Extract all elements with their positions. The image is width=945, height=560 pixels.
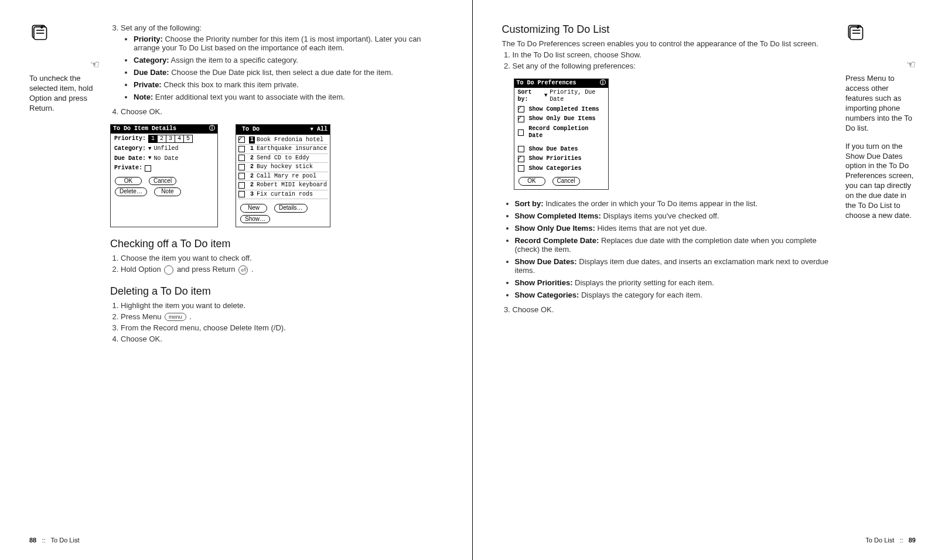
del-step-4: Choose OK. xyxy=(121,334,443,343)
footer-right: To Do List :: 89 xyxy=(865,537,916,544)
checkbox-icon xyxy=(518,156,524,162)
todo-item-text: Robert MIDI keyboard xyxy=(257,182,327,189)
todo-item-details-screen: To Do Item Details ⓘ Priority: 1 2 3 4 5 xyxy=(110,124,218,227)
check-step-2: Hold Option and press Return ⏎ . xyxy=(121,265,443,275)
option-key-icon xyxy=(164,265,173,275)
pb-onlydue: Show Only Due Items: Hides items that ar… xyxy=(515,224,835,233)
details-button: Details… xyxy=(274,204,308,213)
todo-item: 3Fix curtain rods xyxy=(238,190,327,200)
priority-label: Priority: xyxy=(114,135,146,143)
customizing-intro: The To Do Preferences screen enables you… xyxy=(502,39,835,48)
page-left: ☞ To uncheck the selected item, hold Opt… xyxy=(0,0,473,560)
customizing-steps-top: In the To Do list screen, choose Show. S… xyxy=(502,50,835,70)
del-step-2: Press Menu menu . xyxy=(121,312,443,322)
todo-item: 2Send CD to Eddy xyxy=(238,154,327,163)
cust-step-2: Set any of the following preferences: xyxy=(513,62,835,70)
todo-item-text: Buy hockey stick xyxy=(257,163,313,171)
checkbox-icon xyxy=(518,106,524,112)
todo-item-text: Fix curtain rods xyxy=(257,191,313,199)
bullet-duedate: Due Date: Choose the Due Date pick list,… xyxy=(134,68,443,77)
todo-item-text: Send CD to Eddy xyxy=(257,155,309,162)
details-buttons: OK Cancel Delete… Note xyxy=(111,173,217,200)
checkbox-icon xyxy=(238,182,245,189)
margin-tip-left: To uncheck the selected item, hold Optio… xyxy=(29,74,100,114)
left-step-list: Set any of the following: Priority: Choo… xyxy=(110,23,443,116)
del-step-3: From the Record menu, choose Delete Item… xyxy=(121,323,443,332)
bullet-note: Note: Enter additional text you want to … xyxy=(134,93,443,101)
checking-heading: Checking off a To Do item xyxy=(110,238,443,250)
checkbox-icon xyxy=(518,146,524,152)
checking-steps: Choose the item you want to check off. H… xyxy=(110,254,443,275)
details-title: To Do Item Details xyxy=(113,125,176,133)
prefs-title: To Do Preferences xyxy=(517,80,576,87)
private-label: Private: xyxy=(114,165,142,172)
hand-icon: ☞ xyxy=(845,58,916,71)
priority-badge: 2 xyxy=(249,163,255,171)
priority-badge: 2 xyxy=(249,173,255,180)
pb-recorddate: Record Complete Date: Replaces due date … xyxy=(515,236,835,254)
checkbox-icon xyxy=(238,136,245,143)
screens-row: To Do Item Details ⓘ Priority: 1 2 3 4 5 xyxy=(110,124,443,227)
show-button: Show… xyxy=(240,215,270,224)
right-margin-column: ☞ Press Menu to access other features su… xyxy=(835,23,916,537)
cust-step-3: Choose OK. xyxy=(513,305,835,314)
new-button: New xyxy=(240,204,267,213)
info-icon: ⓘ xyxy=(209,125,215,133)
priority-badge: 2 xyxy=(249,155,255,162)
checkbox-icon xyxy=(238,191,245,197)
todo-item: 2Robert MIDI keyboard xyxy=(238,181,327,190)
todo-item-text: Call Mary re pool xyxy=(257,173,316,180)
info-icon: ⓘ xyxy=(600,80,606,87)
todo-title: To Do xyxy=(238,125,263,134)
sortby-label: Sort by: xyxy=(518,89,542,104)
chevron-down-icon: ▼ xyxy=(544,93,547,99)
step3-bullets: Priority: Choose the Priority number for… xyxy=(121,35,443,101)
left-margin-column: ☞ To uncheck the selected item, hold Opt… xyxy=(29,23,110,537)
todo-item: 2Buy hockey stick xyxy=(238,163,327,172)
chevron-down-icon: ▼ xyxy=(148,155,151,162)
checkbox-icon xyxy=(238,173,245,179)
todo-items: 1Book Fredonia hotel1Earthquake insuranc… xyxy=(236,135,330,201)
bullet-private: Private: Check this box to mark this ite… xyxy=(134,80,443,89)
cust-step-1: In the To Do list screen, choose Show. xyxy=(513,50,835,59)
todo-item-text: Book Fredonia hotel xyxy=(257,136,323,144)
priority-badge: 2 xyxy=(249,182,255,189)
todo-category: ▼ All xyxy=(311,126,327,134)
page-right: Customizing To Do List The To Do Prefere… xyxy=(473,0,946,560)
todo-item-text: Earthquake insurance xyxy=(257,145,327,153)
category-label: Category: xyxy=(114,145,146,153)
duedate-value: No Date xyxy=(153,155,178,163)
priority-badge: 1 xyxy=(249,136,255,144)
cancel-button: Cancel xyxy=(552,177,580,186)
checkbox-icon xyxy=(518,165,524,172)
step-3: Set any of the following: Priority: Choo… xyxy=(121,23,443,101)
margin-tip-right-2: If you turn on the Show Due Dates option… xyxy=(845,142,916,221)
chevron-down-icon: ▼ xyxy=(148,146,151,152)
margin-tip-right-1: Press Menu to access other features such… xyxy=(845,74,916,133)
deleting-heading: Deleting a To Do item xyxy=(110,285,443,298)
footer-left: 88 :: To Do List xyxy=(29,537,79,544)
cancel-button: Cancel xyxy=(149,177,176,186)
pb-completed: Show Completed Items: Displays items you… xyxy=(515,211,835,220)
prefs-buttons: OK Cancel xyxy=(514,173,608,189)
bullet-priority: Priority: Choose the Priority number for… xyxy=(134,35,443,52)
customizing-steps-bottom: Choose OK. xyxy=(502,305,835,314)
private-checkbox xyxy=(145,165,151,172)
note-icon xyxy=(845,23,865,41)
todo-buttons: New Details… Show… xyxy=(236,200,330,227)
todo-item: 1Earthquake insurance xyxy=(238,145,327,154)
checkbox-icon xyxy=(238,146,245,152)
pref-bullets: Sort by: Indicates the order in which yo… xyxy=(502,199,835,299)
ok-button: OK xyxy=(115,177,142,186)
pb-categories: Show Categories: Displays the category f… xyxy=(515,291,835,299)
delete-button: Delete… xyxy=(115,187,147,196)
todo-preferences-screen: To Do Preferences ⓘ Sort by: ▼ Priority,… xyxy=(514,78,609,190)
check-step-1: Choose the item you want to check off. xyxy=(121,254,443,262)
checkbox-icon xyxy=(238,164,245,170)
bullet-category: Category: Assign the item to a specific … xyxy=(134,56,443,64)
todo-list-screen: To Do ▼ All 1Book Fredonia hotel1Earthqu… xyxy=(236,124,330,227)
note-icon xyxy=(29,23,49,41)
ok-button: OK xyxy=(518,177,545,186)
category-value: Unfiled xyxy=(153,145,178,153)
step-4: Choose OK. xyxy=(121,107,443,116)
